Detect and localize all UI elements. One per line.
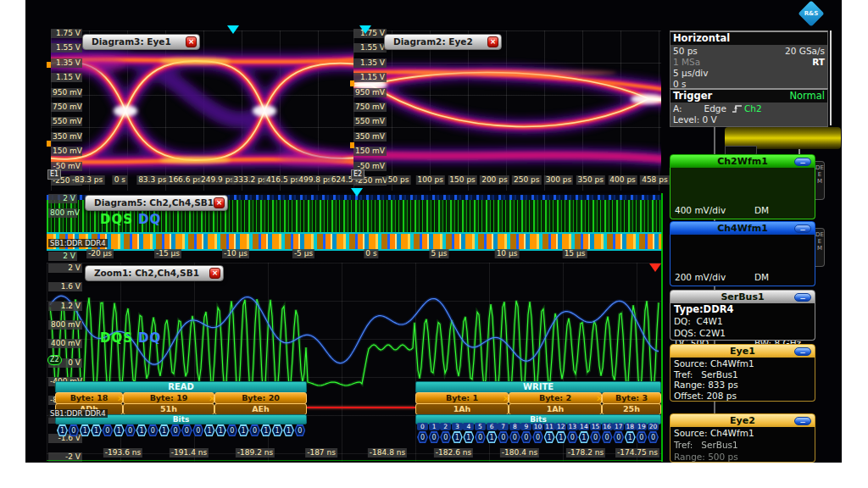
diagram3-level-tick[interactable]	[47, 62, 51, 68]
byte-boundary-marker: ✕	[117, 395, 124, 403]
byte-boundary-marker: ✕	[503, 395, 509, 403]
diagram3-level-tick2[interactable]	[47, 141, 51, 147]
read-frame-band: READ	[55, 381, 307, 393]
bit-cell: 0	[440, 431, 451, 443]
ch2wfm1-minimize-button[interactable]: –	[794, 158, 811, 166]
bit-cell: 0	[567, 431, 578, 443]
axis-tick-label: 400 ps	[608, 175, 637, 185]
eye1-card[interactable]: Eye1 – Source: Ch4Wfm1 Tref: SerBus1 Ran…	[670, 344, 815, 402]
bit-cell: 1	[272, 424, 283, 436]
zoom1-title-tab[interactable]: Zoom1: Ch2,Ch4,SB1 ✕	[85, 265, 224, 281]
axis-tick-label: 0 s	[113, 175, 127, 185]
bit-cell: 1	[114, 424, 125, 436]
axis-tick-label: -180.4 ns	[500, 448, 539, 458]
axis-tick-label: -187 ns	[305, 448, 337, 458]
bit-cell: 0	[475, 431, 486, 443]
ch2wfm1-card[interactable]: Ch2Wfm1 – 400 mV/div 0 div DC 50Ω Sample…	[670, 154, 815, 219]
diagram5-y-top-label: 2 V	[48, 194, 77, 203]
bus-idle-line	[307, 407, 415, 408]
eye2-card[interactable]: Eye2 – Source: Ch4Wfm1 Tref: SerBus1 Ran…	[670, 413, 815, 463]
bit-cell: 0	[509, 431, 520, 443]
serbus1-minimize-button[interactable]: –	[794, 293, 811, 302]
eye1-minimize-button[interactable]: –	[794, 347, 811, 356]
eye1-marker-badge[interactable]: E1	[47, 169, 61, 180]
axis-tick-label: 750 mV	[353, 103, 387, 112]
bit-cell: 1	[57, 424, 68, 436]
bit-cell: 0	[294, 424, 305, 436]
axis-tick-label: 1.35 V	[51, 58, 82, 68]
ch2-mode: DM	[754, 205, 801, 216]
axis-tick-label: 350 mV	[353, 132, 387, 141]
ch4wfm1-card[interactable]: Ch4Wfm1 – 200 mV/div 0 div DC 50Ω Sample…	[670, 221, 815, 286]
bit-cell: 0	[498, 431, 509, 443]
bit-cell: 1	[463, 431, 474, 443]
ch4wfm1-title: Ch4Wfm1	[717, 223, 768, 234]
ch4wfm1-minimize-button[interactable]: –	[794, 225, 811, 233]
diagram3-title-tab[interactable]: Diagram3: Eye1 ✕	[82, 34, 200, 50]
bit-cell: 1	[555, 431, 566, 443]
bit-cell: 1	[625, 431, 636, 443]
diagram5-title-tab[interactable]: Diagram5: Ch2,Ch4,SB1 ✕	[85, 195, 228, 211]
axis-tick-label: -174.75 ns	[615, 448, 659, 458]
diagram5-y-bottom-label: 2 V	[48, 252, 77, 261]
horizontal-sample-rate: 20 GSa/s	[785, 46, 825, 57]
zoom1-close-button[interactable]: ✕	[209, 268, 220, 279]
diagram5-trigger-marker[interactable]	[351, 188, 363, 197]
axis-tick-label: 950 mV	[51, 88, 82, 97]
diagram5-close-button[interactable]: ✕	[214, 197, 225, 208]
diagram2-title-tab[interactable]: Diagram2: Eye2 ✕	[384, 34, 502, 50]
trigger-position-line[interactable]	[661, 193, 663, 462]
axis-tick-label: 1.75 V	[51, 29, 82, 38]
trigger-mode: Normal	[789, 90, 825, 103]
serbus1-card[interactable]: SerBus1 – Type:DDR4 DQ: C4W1 DQS: C2W1	[670, 290, 815, 341]
axis-tick-label: 550 mV	[51, 117, 82, 126]
diagram2-reference-marker[interactable]	[359, 25, 371, 34]
bit-index-label: 20	[648, 423, 659, 430]
diagram3-close-button[interactable]: ✕	[186, 36, 197, 47]
read-byte-value: AEh	[214, 403, 307, 415]
dq-signal-label: DQ	[138, 212, 161, 227]
write-byte-value: 1Ah	[415, 403, 509, 415]
trigger-source-label: A:	[673, 103, 682, 114]
bit-cell: 1	[204, 424, 215, 436]
trigger-settings-panel[interactable]: TriggerNormal A: Edge Ch2 Level: 0 V	[670, 88, 828, 127]
bit-cell: 0	[125, 424, 136, 436]
diagram3-eye1-plot[interactable]: 1.75 V1.55 V1.35 V1.15 V950 mV750 mV550 …	[51, 30, 353, 191]
zoom1-plot[interactable]: READ Byte: 18 Byte: 19 Byte: 20 ADh 51h …	[47, 263, 662, 462]
bit-cell: 1	[544, 431, 555, 443]
zoom2-marker-badge[interactable]: Z2	[47, 355, 62, 365]
bit-cell: 0	[102, 424, 113, 436]
zoom1-title: Zoom1: Ch2,Ch4,SB1	[94, 268, 199, 278]
dqs-signal-label: DQS	[100, 212, 133, 227]
ch2wfm1-title: Ch2Wfm1	[717, 156, 768, 167]
eye1-tref: Tref: SerBus1	[670, 369, 815, 380]
ch4-deembed-tab[interactable]: DEEM	[815, 228, 825, 267]
diagram2-eye2-plot[interactable]: 1.75 V1.55 V1.35 V1.15 V950 mV750 mV550 …	[353, 30, 661, 191]
axis-tick-label: 1.2 V	[48, 302, 82, 311]
eye2-minimize-button[interactable]: –	[794, 417, 811, 425]
diagram5-title: Diagram5: Ch2,Ch4,SB1	[94, 197, 214, 208]
bit-index-label: 16	[602, 423, 613, 430]
diagram5-y-mid-label: 800 mV	[48, 208, 77, 218]
bit-index-label: 14	[578, 423, 589, 430]
bit-index-label: 5	[475, 423, 486, 430]
diagram3-reference-marker[interactable]	[227, 25, 239, 34]
horizontal-resolution: 50 ps	[673, 46, 698, 57]
axis-tick-label: 10 µs	[495, 249, 520, 258]
axis-tick-label: 1.6 V	[48, 282, 82, 291]
zoom1-bus-name-chip: SB1:DDR DDR4	[48, 409, 108, 418]
eye2-marker-badge[interactable]: E2	[351, 169, 364, 180]
zoom1-trigger-marker[interactable]	[649, 263, 661, 272]
axis-tick-label: 550 mV	[353, 117, 387, 126]
horizontal-scale: 5 µs/div	[673, 68, 709, 79]
diagram2-close-button[interactable]: ✕	[487, 36, 498, 47]
diagram2-level-tick2[interactable]	[350, 142, 354, 148]
diagram2-level-tick[interactable]	[350, 80, 354, 86]
ch2-deembed-tab[interactable]: DEEM	[815, 161, 825, 200]
serbus-type: Type:DDR4	[670, 304, 815, 316]
axis-tick-label: 1.55 V	[51, 43, 82, 53]
horizontal-settings-panel[interactable]: Horizontal 50 ps20 GSa/s 1 MSaRT 5 µs/di…	[670, 30, 828, 92]
axis-tick-label: -5 µs	[292, 249, 314, 258]
horizontal-record-length: 1 MSa	[673, 57, 700, 68]
ch4-mode: DM	[754, 272, 801, 283]
